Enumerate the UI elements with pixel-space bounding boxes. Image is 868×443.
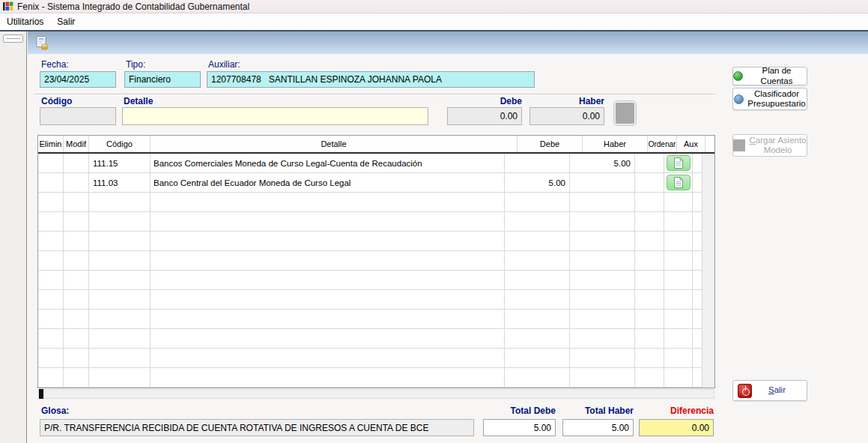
cell-modif (64, 232, 89, 250)
cell-debe (505, 368, 570, 387)
cell-codigo (89, 368, 151, 387)
aux-detail-button[interactable] (667, 155, 691, 171)
plan-de-cuentas-button[interactable]: Plan de Cuentas (732, 67, 807, 85)
document-icon (674, 157, 683, 169)
menu-salir[interactable]: Salir (50, 14, 82, 29)
toolbar (28, 31, 868, 54)
tipo-input[interactable]: Financiero (124, 71, 201, 88)
blue-sphere-icon (734, 94, 744, 104)
new-entry-toolbar-button[interactable] (33, 34, 51, 52)
cell-ordenar (635, 154, 664, 172)
salir-button[interactable]: Salir (732, 380, 807, 401)
aux-detail-button[interactable] (667, 175, 691, 190)
header-aux[interactable]: Aux (677, 136, 705, 152)
cell-aux (664, 329, 693, 348)
fecha-input[interactable]: 23/04/2025 (40, 71, 116, 88)
table-row[interactable] (38, 271, 702, 290)
cell-aux (664, 173, 693, 192)
menu-utilitarios[interactable]: Utilitarios (0, 14, 50, 29)
cell-codigo (89, 290, 151, 309)
table-row[interactable] (38, 329, 702, 349)
cell-elimin (38, 193, 64, 211)
panel-splitter-handle[interactable] (3, 34, 23, 43)
cell-ordenar (635, 173, 664, 192)
cell-detalle (151, 212, 505, 231)
table-body: 111.15Bancos Comerciales Moneda de Curso… (38, 154, 702, 388)
total-haber-value: 5.00 (562, 419, 634, 436)
total-haber-label: Total Haber (562, 406, 634, 416)
cell-aux (664, 193, 693, 211)
header-elimin[interactable]: Elimin (38, 136, 64, 152)
cell-modif (64, 271, 89, 289)
cell-elimin (38, 251, 64, 270)
header-codigo[interactable]: Código (89, 136, 151, 152)
cell-filler (693, 154, 702, 172)
table-row[interactable]: 111.15Bancos Comerciales Moneda de Curso… (38, 154, 702, 173)
total-debe-value: 5.00 (483, 419, 556, 436)
cell-aux (664, 251, 693, 270)
table-row[interactable] (38, 349, 702, 368)
header-modif[interactable]: Modif (64, 136, 89, 152)
cargar-asiento-modelo-button[interactable]: Cargar Asiento Modelo (732, 134, 807, 157)
cell-filler (693, 368, 702, 387)
cell-ordenar (635, 368, 664, 387)
cell-filler (693, 349, 702, 367)
table-row[interactable] (38, 212, 702, 232)
cell-aux (664, 154, 693, 172)
haber-input[interactable]: 0.00 (529, 107, 604, 125)
cell-detalle (151, 290, 505, 309)
cell-ordenar (635, 193, 664, 211)
header-ordenar[interactable]: Ordenar (648, 136, 677, 152)
window-title: Fenix - Sistema Integrado de Contabilida… (17, 1, 249, 12)
table-row[interactable] (38, 193, 702, 212)
cell-filler (693, 193, 702, 211)
table-row[interactable] (38, 251, 702, 271)
green-sphere-icon (733, 71, 743, 81)
cell-codigo (89, 310, 151, 328)
header-debe[interactable]: Debe (518, 136, 583, 152)
cell-aux (664, 310, 693, 328)
entries-table: Elimin Modif Código Detalle Debe Haber O… (37, 135, 715, 388)
table-row[interactable] (38, 310, 702, 329)
cell-aux (664, 271, 693, 289)
cell-aux (664, 212, 693, 231)
table-vertical-scrollbar[interactable] (702, 154, 714, 388)
clasificador-presupuestario-button[interactable]: Clasificador Presupuestario (732, 88, 807, 110)
glosa-input[interactable]: P/R. TRANSFERENCIA RECIBIDA DE CUENTA RO… (40, 419, 474, 436)
hscroll-thumb[interactable] (39, 389, 43, 399)
cell-ordenar (635, 251, 664, 270)
plan-de-cuentas-label: Plan de Cuentas (747, 66, 807, 85)
detalle-label: Detalle (124, 96, 153, 106)
cell-modif (64, 368, 89, 387)
debe-label: Debe (447, 96, 522, 106)
cell-codigo (89, 212, 151, 231)
cell-modif (64, 251, 89, 270)
cell-modif (64, 173, 89, 192)
cell-ordenar (635, 212, 664, 231)
header-haber[interactable]: Haber (583, 136, 648, 152)
cell-codigo (89, 193, 151, 211)
cell-haber (570, 251, 635, 270)
cell-detalle (151, 193, 505, 211)
cell-elimin (38, 310, 64, 328)
detalle-input[interactable] (122, 107, 428, 125)
table-horizontal-scrollbar[interactable] (38, 389, 714, 399)
diferencia-label: Diferencia (639, 406, 714, 416)
table-row[interactable] (38, 368, 702, 388)
cell-filler (693, 329, 702, 348)
header-detalle[interactable]: Detalle (151, 136, 518, 152)
cell-aux (664, 290, 693, 309)
fecha-label: Fecha: (41, 59, 69, 70)
table-row[interactable] (38, 232, 702, 251)
add-entry-button[interactable] (614, 101, 636, 125)
debe-input[interactable]: 0.00 (447, 107, 522, 125)
cell-haber (570, 271, 635, 289)
table-row[interactable]: 111.03Banco Central del Ecuador Moneda d… (38, 173, 702, 193)
cell-modif (64, 154, 89, 172)
cell-detalle (151, 232, 505, 250)
auxiliar-input[interactable]: 1207708478 SANTILLAN ESPINOZA JOHANNA PA… (207, 71, 535, 88)
cell-haber (570, 232, 635, 250)
table-row[interactable] (38, 290, 702, 310)
codigo-input[interactable] (40, 107, 116, 125)
power-icon (738, 384, 752, 398)
